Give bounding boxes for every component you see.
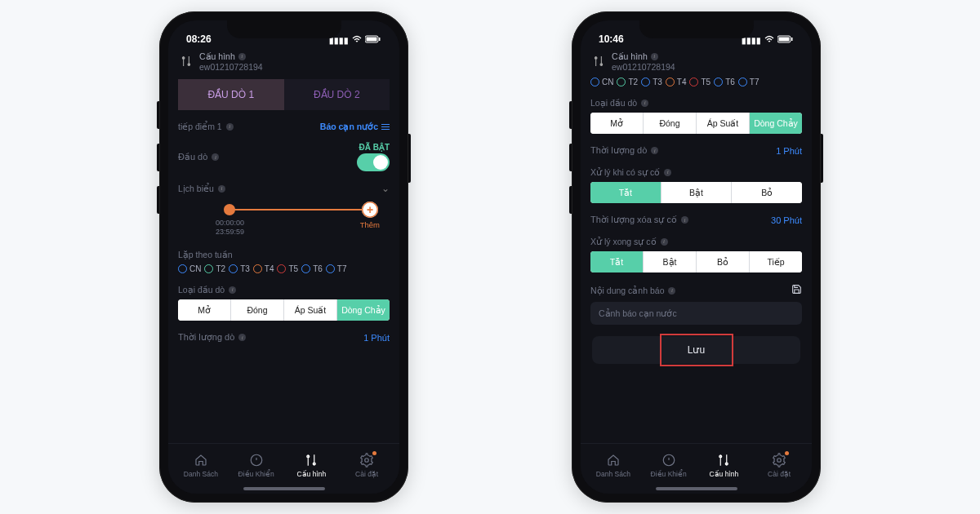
info-icon[interactable]: i: [668, 287, 675, 295]
svg-point-4: [365, 459, 369, 463]
seg-opt-Tắt[interactable]: Tắt: [590, 182, 662, 203]
seg-opt-Bật[interactable]: Bật: [644, 251, 697, 273]
seg-opt-Mở[interactable]: Mở: [178, 299, 231, 321]
nav-config[interactable]: Cấu hình: [284, 449, 340, 482]
day-T7[interactable]: T7: [738, 78, 760, 86]
day-T5[interactable]: T5: [277, 264, 298, 273]
probe-duration-value[interactable]: 1 Phút: [363, 333, 390, 343]
seg-opt-Áp Suất[interactable]: Áp Suất: [284, 299, 337, 321]
schedule-label: Lịch biểui: [178, 184, 225, 193]
contact-label: tiếp điểm 1i: [178, 122, 234, 131]
info-icon[interactable]: i: [218, 185, 225, 193]
seg-opt-Mở[interactable]: Mở: [590, 113, 644, 134]
svg-rect-1: [367, 38, 377, 42]
nav-control[interactable]: Điều Khiển: [641, 449, 697, 482]
info-icon[interactable]: i: [641, 100, 648, 107]
tab-probe-2[interactable]: ĐẦU DÒ 2: [284, 79, 390, 110]
info-icon[interactable]: i: [226, 123, 234, 131]
info-icon[interactable]: i: [664, 169, 671, 176]
svg-point-9: [777, 459, 782, 463]
chevron-down-icon[interactable]: ⌄: [381, 183, 390, 194]
info-icon[interactable]: i: [238, 334, 246, 341]
config-icon: [592, 55, 605, 69]
weekly-label: Lặp theo tuần: [178, 250, 233, 259]
device-id: ew01210728194: [612, 62, 675, 73]
slider-start-handle[interactable]: [224, 204, 235, 215]
day-CN[interactable]: CN: [590, 78, 613, 86]
seg-opt-Bật[interactable]: Bật: [662, 182, 733, 203]
wifi-icon: [764, 35, 774, 45]
probe-toggle[interactable]: [357, 153, 390, 171]
page-title: Cấu hình i: [199, 51, 263, 62]
tab-probe-1[interactable]: ĐẦU DÒ 1: [178, 79, 284, 110]
status-icons: ▮▮▮▮: [742, 35, 794, 45]
home-indicator[interactable]: [656, 487, 737, 490]
device-id: ew01210728194: [199, 62, 263, 73]
home-indicator[interactable]: [243, 487, 325, 490]
phone-mockup-right: 10:46 ▮▮▮▮ Cấu hình i ew012107281: [572, 11, 821, 503]
seg-opt-Bỏ[interactable]: Bỏ: [732, 182, 802, 203]
after-issue-segment: TắtBậtBỏTiếp: [590, 251, 802, 273]
info-icon[interactable]: i: [212, 153, 219, 161]
seg-opt-Đóng[interactable]: Đóng: [231, 299, 284, 321]
seg-opt-Bỏ[interactable]: Bỏ: [697, 251, 750, 273]
schedule-slider[interactable]: + 00:00:00 23:59:59 Thêm: [178, 206, 390, 238]
day-T6[interactable]: T6: [714, 78, 735, 86]
notch: [639, 20, 754, 38]
nav-list[interactable]: Danh Sách: [173, 449, 229, 482]
save-disk-icon[interactable]: [791, 284, 802, 297]
contact-value-link[interactable]: Báo cạn nước: [320, 122, 390, 131]
day-T2[interactable]: T2: [204, 264, 225, 273]
page-title: Cấu hình i: [612, 51, 675, 62]
clear-duration-value[interactable]: 30 Phút: [771, 215, 802, 225]
notch: [227, 20, 341, 38]
seg-opt-Áp Suất[interactable]: Áp Suất: [697, 113, 750, 134]
add-schedule-label: Thêm: [360, 220, 380, 229]
alert-content-input[interactable]: Cảnh báo cạn nước: [590, 302, 802, 325]
weekly-days: CNT2T3T4T5T6T7: [590, 78, 802, 86]
day-T2[interactable]: T2: [617, 78, 638, 86]
day-T4[interactable]: T4: [666, 78, 687, 86]
probe-duration-value[interactable]: 1 Phút: [776, 146, 802, 156]
bottom-nav: Danh Sách Điều Khiển Cấu hình Cài đặt: [581, 443, 812, 494]
day-T7[interactable]: T7: [326, 264, 347, 273]
add-schedule-button[interactable]: +: [362, 202, 378, 218]
day-T3[interactable]: T3: [229, 264, 250, 273]
day-T3[interactable]: T3: [641, 78, 662, 86]
info-icon[interactable]: i: [238, 53, 246, 60]
info-icon[interactable]: i: [661, 238, 668, 246]
nav-list[interactable]: Danh Sách: [586, 449, 641, 482]
info-icon[interactable]: i: [651, 147, 658, 154]
nav-control[interactable]: Điều Khiển: [229, 449, 284, 482]
save-button[interactable]: Lưu: [592, 336, 800, 364]
nav-settings[interactable]: Cài đặt: [751, 449, 807, 482]
info-icon[interactable]: i: [681, 216, 688, 224]
battery-icon: [777, 35, 794, 45]
notification-badge: [785, 451, 789, 455]
page-header: Cấu hình i ew01210728194: [581, 47, 812, 76]
probe-tabs: ĐẦU DÒ 1 ĐẦU DÒ 2: [178, 79, 390, 110]
day-T6[interactable]: T6: [301, 264, 323, 273]
seg-opt-Tắt[interactable]: Tắt: [590, 251, 644, 273]
day-T4[interactable]: T4: [253, 264, 274, 273]
day-CN[interactable]: CN: [178, 264, 201, 273]
seg-opt-Đóng[interactable]: Đóng: [644, 113, 697, 134]
seg-opt-Dòng Chảy[interactable]: Dòng Chảy: [750, 113, 802, 134]
info-icon[interactable]: i: [651, 53, 658, 60]
probe-state: ĐÃ BẬT: [359, 143, 390, 152]
nav-config[interactable]: Cấu hình: [697, 449, 752, 482]
svg-rect-2: [379, 38, 381, 41]
probe-duration-label: Thời lượng dòi: [178, 332, 246, 343]
status-icons: ▮▮▮▮: [329, 35, 381, 45]
phone-mockup-left: 08:26 ▮▮▮▮ Cấu hình i ew012107281: [159, 11, 408, 503]
nav-settings[interactable]: Cài đặt: [339, 449, 394, 482]
info-icon[interactable]: i: [229, 286, 236, 294]
weekly-days: CNT2T3T4T5T6T7: [178, 264, 390, 273]
wifi-icon: [352, 35, 362, 45]
clock: 08:26: [186, 33, 212, 45]
menu-icon: [381, 124, 390, 131]
day-T5[interactable]: T5: [689, 78, 710, 86]
seg-opt-Dòng Chảy[interactable]: Dòng Chảy: [337, 299, 390, 321]
probe-type-segment: MởĐóngÁp SuấtDòng Chảy: [178, 299, 390, 321]
seg-opt-Tiếp[interactable]: Tiếp: [750, 251, 802, 273]
